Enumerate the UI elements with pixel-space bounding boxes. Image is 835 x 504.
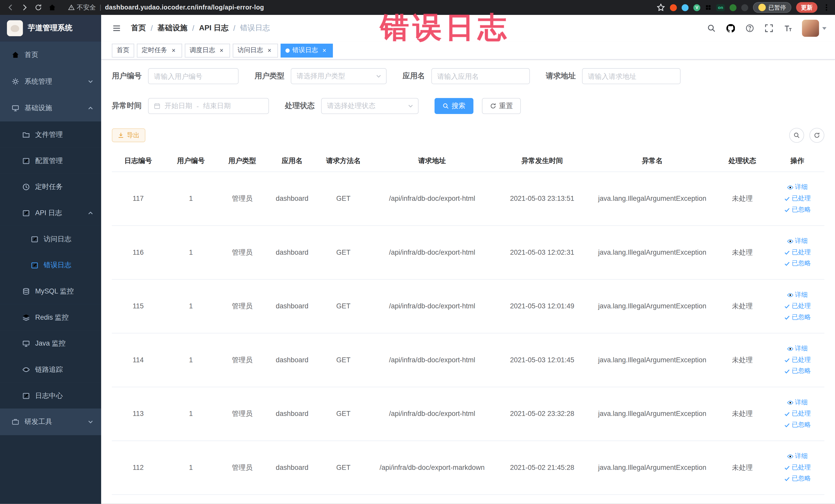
request-url-input[interactable]	[582, 68, 681, 84]
breadcrumb-separator: /	[233, 24, 236, 32]
tab-home[interactable]: 首页	[112, 43, 134, 57]
font-size-icon[interactable]	[783, 23, 793, 33]
github-icon[interactable]	[726, 23, 736, 33]
cell-log-id: 117	[112, 172, 165, 225]
action-detail[interactable]: 详细	[787, 398, 808, 407]
sidebar-item-file-management[interactable]: 文件管理	[0, 121, 101, 148]
action-ignore[interactable]: 已忽略	[784, 259, 811, 268]
action-ignore[interactable]: 已忽略	[784, 205, 811, 214]
search-button[interactable]: 搜索	[434, 98, 473, 114]
action-detail[interactable]: 详细	[787, 290, 808, 299]
sidebar-item-api-logs[interactable]: API 日志	[0, 200, 101, 226]
browser-menu-kebab-icon[interactable]	[822, 3, 831, 12]
sidebar-toggle-icon[interactable]	[109, 21, 123, 35]
exception-time-range-picker[interactable]: 开始日期 - 结束日期	[148, 98, 269, 114]
sidebar-item-mysql-monitor[interactable]: MySQL 监控	[0, 278, 101, 304]
action-processed[interactable]: 已处理	[784, 194, 811, 203]
sidebar-item-redis-monitor[interactable]: Redis 监控	[0, 304, 101, 330]
action-detail[interactable]: 详细	[787, 237, 808, 245]
tab-access-log[interactable]: 访问日志	[233, 43, 278, 57]
browser-back-button[interactable]	[4, 1, 17, 14]
address-bar[interactable]: 不安全 | dashboard.yudao.iocoder.cn/infra/l…	[68, 3, 656, 12]
action-processed[interactable]: 已处理	[784, 248, 811, 257]
export-button[interactable]: 导出	[112, 128, 145, 142]
reset-button[interactable]: 重置	[482, 98, 521, 114]
close-icon[interactable]	[218, 47, 225, 54]
bookmark-star-icon[interactable]	[657, 3, 665, 12]
extension-icon-grid[interactable]	[705, 4, 712, 11]
close-icon[interactable]	[170, 47, 177, 54]
sidebar-item-config-management[interactable]: 配置管理	[0, 148, 101, 174]
tab-schedule-log[interactable]: 调度日志	[185, 43, 230, 57]
col-request-url: 请求地址	[370, 150, 494, 172]
extension-icon-blue-pin[interactable]	[682, 4, 689, 11]
cell-app-name: dashboard	[267, 279, 317, 333]
extension-icon-vue[interactable]: V	[694, 4, 700, 11]
chevron-down-icon	[375, 73, 382, 79]
breadcrumb-error-log: 错误日志	[240, 23, 270, 33]
filter-exception-time: 异常时间 开始日期 - 结束日期	[112, 98, 269, 114]
user-type-select[interactable]: 请选择用户类型	[291, 68, 387, 84]
extension-icon-on-badge[interactable]: on	[716, 4, 725, 11]
browser-update-button[interactable]: 更新	[796, 2, 817, 13]
process-status-select[interactable]: 请选择处理状态	[321, 98, 419, 114]
chevron-up-icon	[87, 209, 94, 216]
sidebar-item-home[interactable]: 首页	[0, 42, 101, 68]
toolbar-search-toggle-button[interactable]	[789, 128, 804, 143]
action-ignore[interactable]: 已忽略	[784, 313, 811, 322]
extension-icon-paw[interactable]	[741, 4, 748, 11]
cell-app-name: dashboard	[267, 225, 317, 279]
tab-scheduled-tasks[interactable]: 定时任务	[137, 43, 182, 57]
action-processed[interactable]: 已处理	[784, 463, 811, 472]
toolbar-refresh-button[interactable]	[809, 128, 824, 143]
action-detail[interactable]: 详细	[787, 183, 808, 192]
close-icon[interactable]	[266, 47, 273, 54]
sidebar-item-system-management[interactable]: 系统管理	[0, 68, 101, 95]
sidebar-item-error-log[interactable]: 错误日志	[0, 252, 101, 278]
sidebar-item-scheduled-tasks[interactable]: 定时任务	[0, 174, 101, 200]
page-url[interactable]: dashboard.yudao.iocoder.cn/infra/log/api…	[105, 4, 264, 11]
eye-icon	[22, 366, 30, 373]
breadcrumb-home[interactable]: 首页	[131, 23, 146, 33]
breadcrumb-infrastructure[interactable]: 基础设施	[158, 23, 187, 33]
cell-user-id: 1	[165, 279, 217, 333]
tab-error-log[interactable]: 错误日志	[281, 43, 333, 57]
action-ignore[interactable]: 已忽略	[784, 366, 811, 375]
header-search-icon[interactable]	[706, 23, 717, 33]
fullscreen-icon[interactable]	[763, 23, 774, 33]
action-ignore[interactable]: 已忽略	[784, 420, 811, 429]
recording-paused-button[interactable]: 已暂停	[753, 2, 791, 13]
sidebar-item-link-tracing[interactable]: 链路追踪	[0, 356, 101, 383]
extension-icon-orange[interactable]	[670, 4, 677, 11]
browser-reload-button[interactable]	[32, 1, 45, 14]
sidebar-item-log-center[interactable]: 日志中心	[0, 383, 101, 409]
cell-process-status: 未处理	[715, 279, 770, 333]
breadcrumb-api-logs[interactable]: API 日志	[199, 23, 228, 33]
action-processed[interactable]: 已处理	[784, 301, 811, 310]
security-warning[interactable]: 不安全	[68, 3, 96, 12]
sidebar-item-dev-tools[interactable]: 研发工具	[0, 408, 101, 435]
main-area: 首页 / 基础设施 / API 日志 / 错误日志	[101, 15, 835, 504]
paused-label: 已暂停	[769, 3, 786, 11]
action-ignore[interactable]: 已忽略	[784, 474, 811, 483]
action-processed[interactable]: 已处理	[784, 355, 811, 364]
sidebar-logo[interactable]: 芋道管理系统	[0, 15, 101, 42]
user-menu[interactable]	[802, 20, 826, 37]
action-processed[interactable]: 已处理	[784, 409, 811, 418]
monitor-icon	[12, 104, 19, 112]
sidebar-item-infrastructure[interactable]: 基础设施	[0, 95, 101, 121]
download-icon	[118, 132, 124, 139]
sidebar-item-java-monitor[interactable]: Java 监控	[0, 330, 101, 356]
screen: 不安全 | dashboard.yudao.iocoder.cn/infra/l…	[0, 0, 835, 504]
app-name-input[interactable]	[431, 68, 530, 84]
sidebar-item-access-log[interactable]: 访问日志	[0, 226, 101, 252]
user-id-input[interactable]	[148, 68, 239, 84]
cell-user-id: 1	[165, 172, 217, 225]
action-detail[interactable]: 详细	[787, 451, 808, 461]
browser-home-button[interactable]	[46, 1, 59, 14]
extension-icon-green[interactable]	[730, 4, 736, 11]
browser-forward-button[interactable]	[18, 1, 31, 14]
action-detail[interactable]: 详细	[787, 344, 808, 353]
help-icon[interactable]	[745, 23, 755, 33]
close-icon[interactable]	[321, 47, 328, 54]
